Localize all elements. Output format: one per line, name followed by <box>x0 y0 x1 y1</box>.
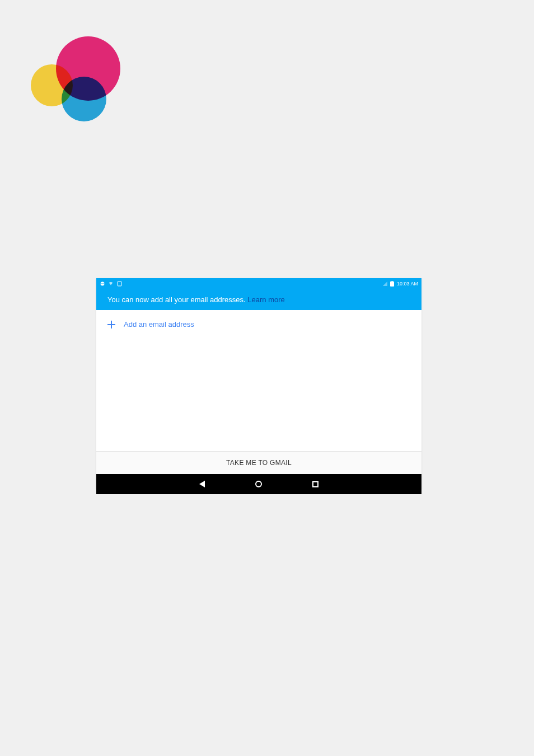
logo-circle-blue <box>62 77 106 121</box>
android-nav-bar <box>96 474 421 494</box>
battery-icon <box>390 281 395 287</box>
add-email-label: Add an email address <box>124 320 194 328</box>
status-time: 10:03 AM <box>397 281 418 287</box>
android-screenshot: 10:03 AM You can now add all your email … <box>96 278 421 489</box>
svg-rect-3 <box>390 281 394 287</box>
svg-rect-4 <box>392 281 393 282</box>
header-message-text: You can now add all your email addresses… <box>107 295 247 304</box>
add-email-button[interactable]: Add an email address <box>107 320 410 328</box>
take-me-to-gmail-button[interactable]: TAKE ME TO GMAIL <box>96 451 421 474</box>
status-left-icons <box>100 281 122 287</box>
content-area: Add an email address <box>96 310 421 451</box>
header-message-bar: You can now add all your email addresses… <box>96 289 421 310</box>
debug-icon <box>100 281 105 287</box>
logo <box>31 36 123 123</box>
wifi-icon <box>108 281 114 287</box>
svg-rect-2 <box>118 281 121 286</box>
status-bar: 10:03 AM <box>96 278 421 289</box>
svg-rect-1 <box>100 284 105 284</box>
signal-icon <box>382 281 388 287</box>
plus-icon <box>107 321 115 328</box>
home-button[interactable] <box>255 481 262 487</box>
learn-more-link[interactable]: Learn more <box>247 295 284 304</box>
back-button[interactable] <box>199 481 205 487</box>
status-right: 10:03 AM <box>382 281 418 287</box>
recent-apps-button[interactable] <box>312 481 318 487</box>
device-icon <box>116 281 122 287</box>
